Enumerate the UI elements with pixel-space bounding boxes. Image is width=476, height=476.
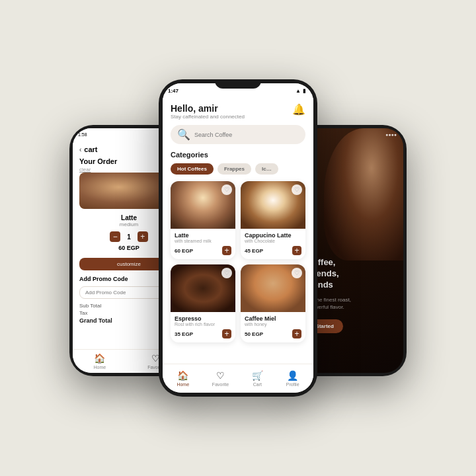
nav-home-icon: 🏠 (177, 370, 188, 381)
left-time: 1:58 (78, 132, 87, 137)
main-bottom-nav: 🏠 Home ♡ Favorite 🛒 Cart 👤 Profile (163, 364, 313, 393)
quantity-value: 1 (127, 233, 131, 241)
latte-price-row: 60 EGP + (175, 246, 231, 255)
battery-icon: ▮ (303, 88, 305, 94)
tax-label: Tax (79, 310, 87, 316)
home-label: Home (94, 365, 106, 370)
coffee-card-espresso: ♡ Espresso Rost with rich flavor 35 EGP … (171, 264, 235, 342)
search-input[interactable] (194, 132, 299, 138)
main-screen-content: Hello, amir Stay caffeinated and connect… (163, 98, 313, 364)
tab-iced[interactable]: Ic… (255, 163, 278, 175)
caffe-miel-image: ♡ (241, 264, 305, 312)
latte-add-button[interactable]: + (222, 246, 231, 255)
signal-icon: ▲ (296, 88, 301, 94)
greeting-sub: Stay caffeinated and connected (171, 114, 245, 120)
coffee-card-cappuccino: ♡ Cappucino Latte with Chocolate 45 EGP … (241, 181, 305, 259)
greeting-block: Hello, amir Stay caffeinated and connect… (171, 103, 245, 120)
nav-cart[interactable]: 🛒 Cart (252, 370, 263, 387)
cart-title: cart (84, 145, 97, 153)
nav-home-label: Home (177, 382, 189, 387)
cappuccino-desc: with Chocolate (245, 239, 301, 243)
caffe-miel-price-row: 50 EGP + (245, 329, 301, 338)
latte-price: 60 EGP (175, 248, 193, 254)
coffee-grid: ♡ Latte with steamed milk 60 EGP + ♡ (171, 181, 305, 348)
increase-qty-button[interactable]: + (138, 231, 148, 242)
espresso-price-row: 35 EGP + (175, 329, 231, 338)
main-phone: 1:47 ▲ ▮ Hello, amir Stay caffeinated an… (159, 79, 317, 397)
subtotal-label: Sub Total (79, 303, 101, 309)
caffe-miel-add-button[interactable]: + (292, 329, 301, 338)
search-icon: 🔍 (177, 128, 190, 141)
decrease-qty-button[interactable]: − (110, 231, 120, 242)
tab-frappes[interactable]: Frappes (218, 163, 251, 175)
latte-heart-button[interactable]: ♡ (221, 184, 232, 195)
espresso-name: Espresso (175, 315, 231, 322)
latte-desc: with steamed milk (175, 239, 231, 243)
grand-total-label: Grand Total (79, 317, 112, 324)
espresso-image: ♡ (171, 264, 235, 312)
nav-profile-label: Profile (286, 382, 299, 387)
nav-favorite-label: Favorite (212, 382, 229, 387)
coffee-card-caffe-miel: ♡ Caffee Miel with honey 50 EGP + (241, 264, 305, 342)
back-icon[interactable]: ‹ (79, 146, 81, 153)
right-coffee-visual (324, 128, 403, 260)
caffe-miel-heart-button[interactable]: ♡ (292, 268, 302, 278)
cappuccino-heart-button[interactable]: ♡ (292, 184, 302, 195)
nav-favorite[interactable]: ♡ Favorite (212, 370, 229, 387)
categories-label: Categories (171, 151, 305, 159)
bell-icon[interactable]: 🔔 (292, 103, 305, 116)
espresso-heart-button[interactable]: ♡ (221, 268, 232, 278)
espresso-info: Espresso Rost with rich flavor 35 EGP + (171, 312, 235, 342)
nav-favorite-icon: ♡ (216, 370, 225, 381)
coffee-card-latte: ♡ Latte with steamed milk 60 EGP + (171, 181, 235, 259)
caffe-miel-price: 50 EGP (245, 331, 263, 337)
categories-tabs: Hot Coffees Frappes Ic… (171, 163, 305, 175)
search-bar[interactable]: 🔍 (171, 125, 305, 144)
greeting-hello: Hello, amir (171, 103, 245, 114)
nav-profile-icon: 👤 (287, 370, 298, 381)
latte-name: Latte (175, 232, 231, 239)
caffe-miel-info: Caffee Miel with honey 50 EGP + (241, 312, 305, 342)
left-nav-home[interactable]: 🏠 Home (94, 353, 106, 370)
espresso-desc: Rost with rich flavor (175, 322, 231, 327)
cappuccino-price: 45 EGP (245, 248, 263, 254)
home-icon: 🏠 (94, 353, 105, 364)
latte-image: ♡ (171, 181, 235, 229)
status-icons: ▲ ▮ (296, 88, 305, 94)
phone-notch (215, 79, 261, 89)
header-row: Hello, amir Stay caffeinated and connect… (171, 103, 305, 120)
cappuccino-info: Cappucino Latte with Chocolate 45 EGP + (241, 229, 305, 259)
right-signal: ●●●● (385, 132, 397, 137)
nav-cart-icon: 🛒 (252, 370, 263, 381)
latte-info: Latte with steamed milk 60 EGP + (171, 229, 235, 259)
cappuccino-name: Cappucino Latte (245, 232, 301, 239)
nav-home[interactable]: 🏠 Home (177, 370, 189, 387)
espresso-price: 35 EGP (175, 331, 193, 337)
caffe-miel-desc: with honey (245, 322, 301, 327)
espresso-add-button[interactable]: + (222, 329, 231, 338)
cappuccino-add-button[interactable]: + (292, 246, 301, 255)
cappuccino-price-row: 45 EGP + (245, 246, 301, 255)
tab-hot-coffees[interactable]: Hot Coffees (171, 163, 214, 175)
nav-profile[interactable]: 👤 Profile (286, 370, 299, 387)
cappuccino-image: ♡ (241, 181, 305, 229)
nav-cart-label: Cart (253, 382, 262, 387)
caffe-miel-name: Caffee Miel (245, 315, 301, 322)
main-time: 1:47 (168, 88, 178, 94)
